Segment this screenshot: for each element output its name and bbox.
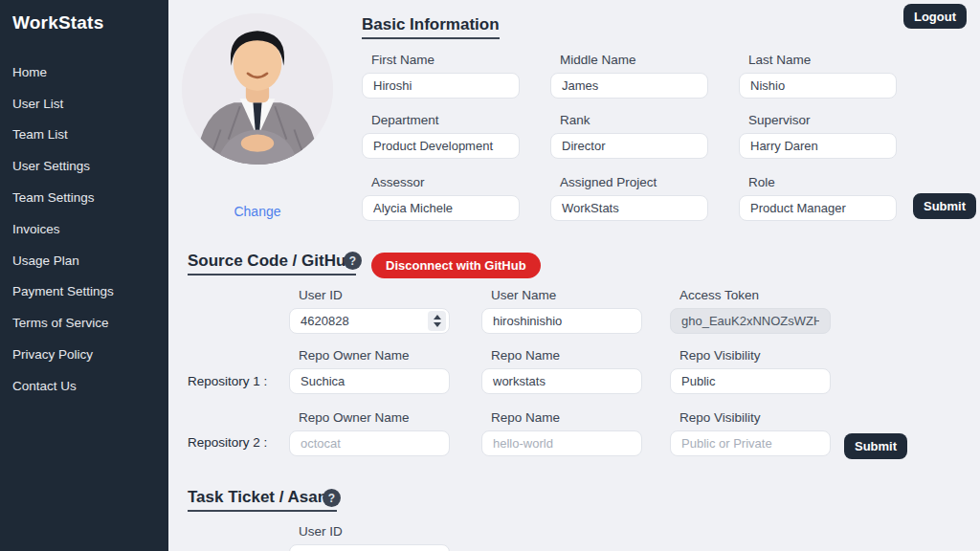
- number-stepper[interactable]: [428, 311, 446, 331]
- assigned-project-input[interactable]: [550, 195, 708, 221]
- department-input[interactable]: [362, 133, 520, 159]
- rank-label: Rank: [560, 113, 708, 127]
- change-photo-link[interactable]: Change: [182, 204, 333, 219]
- github-user-name-label: User Name: [491, 288, 642, 302]
- logout-button[interactable]: Logout: [903, 4, 967, 29]
- rank-input[interactable]: [550, 133, 708, 159]
- department-field: Department: [362, 113, 520, 159]
- basic-info-submit-button[interactable]: Submit: [913, 193, 976, 219]
- first-name-field: First Name: [362, 53, 520, 99]
- github-user-id-label: User ID: [299, 288, 450, 302]
- sidebar-item-privacy-policy[interactable]: Privacy Policy: [12, 339, 168, 370]
- repo1-visibility-field: Repo Visibility: [670, 348, 831, 394]
- app-logo: WorkStats: [12, 12, 103, 33]
- first-name-input[interactable]: [362, 73, 520, 99]
- supervisor-input[interactable]: [739, 133, 897, 159]
- repo2-name-input[interactable]: [481, 430, 642, 456]
- repo2-owner-label: Repo Owner Name: [299, 410, 450, 425]
- asana-user-id-label: User ID: [299, 524, 450, 539]
- sidebar-item-team-settings[interactable]: Team Settings: [12, 182, 168, 213]
- repo2-owner-field: Repo Owner Name: [289, 410, 450, 456]
- github-access-token-field: Access Token: [670, 288, 831, 334]
- assigned-project-field: Assigned Project: [550, 175, 708, 221]
- repo2-visibility-field: Repo Visibility: [670, 410, 831, 456]
- sidebar-item-team-list[interactable]: Team List: [12, 120, 168, 151]
- sidebar-item-user-settings[interactable]: User Settings: [12, 150, 168, 182]
- sidebar-item-home[interactable]: Home: [12, 56, 168, 88]
- sidebar-item-invoices[interactable]: Invoices: [12, 213, 168, 245]
- repo1-visibility-label: Repo Visibility: [679, 348, 831, 363]
- profile-photo-illustration: [182, 13, 333, 165]
- repo2-visibility-label: Repo Visibility: [679, 410, 831, 425]
- repo1-owner-input[interactable]: [289, 368, 450, 394]
- basic-information-title: Basic Information: [362, 15, 500, 39]
- assessor-input[interactable]: [362, 195, 520, 221]
- middle-name-label: Middle Name: [560, 53, 708, 67]
- sidebar-item-terms-of-service[interactable]: Terms of Service: [12, 307, 168, 339]
- assigned-project-label: Assigned Project: [560, 175, 708, 189]
- last-name-input[interactable]: [739, 73, 897, 99]
- github-user-name-field: User Name: [481, 288, 642, 334]
- last-name-field: Last Name: [739, 53, 897, 99]
- middle-name-field: Middle Name: [550, 53, 708, 99]
- repo1-name-field: Repo Name: [481, 348, 642, 394]
- github-access-token-input: [670, 308, 831, 334]
- first-name-label: First Name: [371, 53, 520, 67]
- role-label: Role: [748, 175, 897, 189]
- repo1-visibility-input[interactable]: [670, 368, 831, 394]
- asana-user-id-field: User ID: [289, 524, 450, 551]
- sidebar-item-usage-plan[interactable]: Usage Plan: [12, 245, 168, 276]
- repository-1-row-label: Repository 1 :: [188, 374, 267, 388]
- asana-help-icon[interactable]: ?: [323, 489, 341, 507]
- github-access-token-label: Access Token: [679, 288, 831, 302]
- stepper-up-icon[interactable]: [434, 315, 441, 320]
- github-help-icon[interactable]: ?: [344, 252, 362, 270]
- sidebar-item-payment-settings[interactable]: Payment Settings: [12, 276, 168, 308]
- department-label: Department: [371, 113, 520, 127]
- github-user-id-input[interactable]: [289, 308, 450, 334]
- github-submit-button[interactable]: Submit: [844, 433, 907, 459]
- repository-2-row-label: Repository 2 :: [188, 435, 267, 450]
- role-field: Role: [739, 175, 897, 221]
- assessor-label: Assessor: [371, 175, 520, 189]
- supervisor-field: Supervisor: [739, 113, 897, 159]
- repo1-owner-label: Repo Owner Name: [299, 348, 450, 363]
- repo2-name-field: Repo Name: [481, 410, 642, 456]
- repo1-name-input[interactable]: [481, 368, 642, 394]
- asana-section-title: Task Ticket / Asana: [188, 488, 337, 512]
- repo1-name-label: Repo Name: [491, 348, 642, 363]
- rank-field: Rank: [550, 113, 708, 159]
- middle-name-input[interactable]: [550, 73, 708, 99]
- github-user-name-input[interactable]: [481, 308, 642, 334]
- profile-photo: [182, 13, 333, 165]
- stepper-down-icon[interactable]: [434, 322, 441, 327]
- user-settings-page: WorkStats Home User List Team List User …: [0, 0, 980, 551]
- supervisor-label: Supervisor: [748, 113, 897, 127]
- sidebar: WorkStats Home User List Team List User …: [0, 0, 168, 551]
- sidebar-nav: Home User List Team List User Settings T…: [12, 56, 168, 402]
- github-section-title: Source Code / GitHub: [188, 252, 356, 276]
- sidebar-item-user-list[interactable]: User List: [12, 88, 168, 120]
- assessor-field: Assessor: [362, 175, 520, 221]
- role-input[interactable]: [739, 195, 897, 221]
- github-user-id-field: User ID: [289, 288, 450, 334]
- asana-user-id-input[interactable]: [289, 544, 450, 551]
- disconnect-github-button[interactable]: Disconnect with GitHub: [371, 253, 541, 278]
- repo1-owner-field: Repo Owner Name: [289, 348, 450, 394]
- repo2-name-label: Repo Name: [491, 410, 642, 425]
- repo2-owner-input[interactable]: [289, 430, 450, 456]
- repo2-visibility-input[interactable]: [670, 430, 831, 456]
- last-name-label: Last Name: [748, 53, 897, 67]
- sidebar-item-contact-us[interactable]: Contact Us: [12, 370, 168, 402]
